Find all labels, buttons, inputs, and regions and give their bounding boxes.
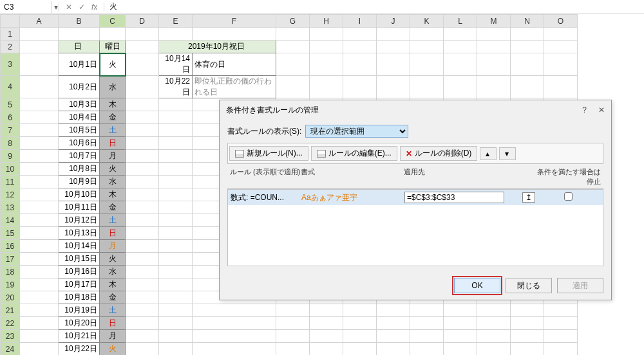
cell[interactable] [126,41,159,53]
row-header[interactable]: 22 [1,317,20,330]
cell[interactable] [126,330,159,343]
cell[interactable]: 金 [100,201,126,214]
cell[interactable] [193,330,276,343]
cell[interactable] [126,188,159,201]
cell[interactable] [343,304,377,317]
name-box-dropdown-icon[interactable]: ▾ [52,3,59,12]
delete-rule-button[interactable]: ✕ルールの削除(D) [400,146,478,161]
cell[interactable] [310,304,343,317]
cell[interactable] [343,41,377,53]
column-header[interactable]: L [444,15,477,28]
cell[interactable] [193,28,276,41]
cell[interactable]: 月 [100,150,126,163]
cell[interactable] [343,53,377,76]
close-icon[interactable]: ✕ [598,105,605,114]
column-header[interactable]: D [126,15,159,28]
cell[interactable]: 水 [100,266,126,278]
fx-icon[interactable]: fx [91,3,97,12]
cell[interactable] [276,28,310,41]
cell[interactable] [126,76,159,98]
row-header[interactable]: 20 [1,291,20,304]
cell[interactable] [343,330,377,343]
row-header[interactable]: 14 [1,214,20,227]
cell[interactable] [511,317,544,330]
cell[interactable] [193,317,276,330]
cell[interactable]: 10月7日 [59,150,100,163]
move-down-button[interactable]: ▾ [499,147,516,160]
cell[interactable]: 10月9日 [59,176,100,188]
cell[interactable] [20,137,59,150]
cell[interactable]: 10月15日 [59,253,100,266]
name-box[interactable]: C3 [0,1,52,13]
cell[interactable] [444,304,477,317]
cell[interactable]: 体育の日 [193,53,276,76]
cell[interactable] [343,76,377,98]
cell[interactable] [544,330,578,343]
cell[interactable] [159,227,193,240]
cell[interactable] [159,111,193,124]
row-header[interactable]: 16 [1,240,20,253]
cell[interactable]: 10月22日 [159,76,193,98]
row-header[interactable]: 21 [1,304,20,317]
cell[interactable]: 月 [100,330,126,343]
cell[interactable]: 10月3日 [59,98,100,111]
cell[interactable]: 金 [100,111,126,124]
cell[interactable] [276,41,310,53]
cell[interactable] [377,53,410,76]
cell[interactable] [544,304,578,317]
close-button[interactable]: 閉じる [506,278,552,293]
column-header[interactable]: A [20,15,59,28]
cell[interactable] [511,343,544,356]
cell[interactable] [477,304,511,317]
cell[interactable]: 10月12日 [59,214,100,227]
cell[interactable] [410,304,444,317]
cell[interactable] [444,28,477,41]
cell[interactable] [343,28,377,41]
row-header[interactable]: 17 [1,253,20,266]
cell[interactable] [159,201,193,214]
cell[interactable] [410,28,444,41]
rule-list[interactable]: 数式: =COUN... Aaあぁアァ亜宇 ↥ [227,189,603,266]
cell[interactable] [126,317,159,330]
row-header[interactable]: 2 [1,41,20,53]
cell[interactable] [410,41,444,53]
column-header[interactable]: N [511,15,544,28]
cell[interactable] [276,76,310,98]
cell[interactable] [159,124,193,137]
cell[interactable]: 10月13日 [59,227,100,240]
cell[interactable] [20,28,59,41]
cell[interactable]: 10月14日 [59,240,100,253]
cell[interactable] [100,28,126,41]
column-header[interactable]: H [310,15,343,28]
column-header[interactable]: B [59,15,100,28]
cell[interactable] [410,317,444,330]
cell[interactable] [20,253,59,266]
cell[interactable]: 火 [100,253,126,266]
cell[interactable] [159,240,193,253]
cell[interactable] [377,343,410,356]
cell[interactable] [310,330,343,343]
cell[interactable] [20,98,59,111]
cell[interactable] [20,188,59,201]
row-header[interactable]: 18 [1,266,20,278]
cell[interactable] [126,111,159,124]
cell[interactable] [20,76,59,98]
cell[interactable] [444,317,477,330]
cell[interactable] [511,304,544,317]
cell[interactable]: 10月2日 [59,76,100,98]
cell[interactable] [310,76,343,98]
cell[interactable] [20,278,59,291]
cell[interactable] [544,53,578,76]
cell[interactable]: 水 [100,76,126,98]
column-header[interactable]: K [410,15,444,28]
cell[interactable] [544,343,578,356]
cell[interactable] [310,343,343,356]
cell[interactable]: 日 [100,137,126,150]
cell[interactable]: 10月5日 [59,124,100,137]
cell[interactable] [20,41,59,53]
cell[interactable] [410,343,444,356]
row-header[interactable]: 15 [1,227,20,240]
cell[interactable] [159,291,193,304]
cell[interactable] [126,214,159,227]
cell[interactable] [20,150,59,163]
